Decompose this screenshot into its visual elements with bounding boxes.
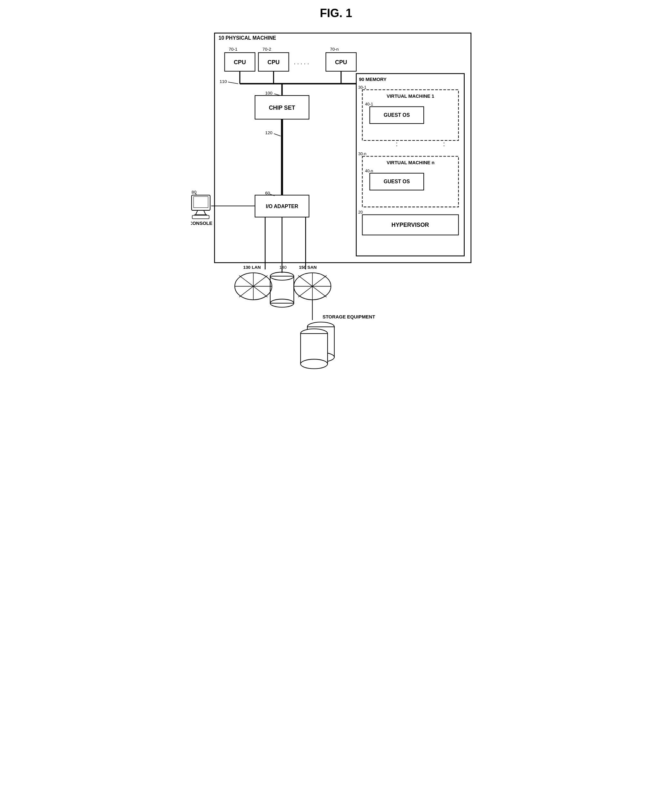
diagram-svg: 10 PHYSICAL MACHINE 70-1 CPU 70-2 CPU . …	[191, 30, 481, 374]
bus-ref-label: 110	[220, 79, 227, 84]
physical-machine-box	[214, 33, 471, 263]
cpu-dots: . . . . .	[294, 59, 309, 66]
console-keyboard	[192, 216, 209, 219]
console-stand-left	[196, 210, 198, 215]
cpu2-ref-label: 70-2	[262, 47, 271, 52]
io-ref-label: 60	[265, 191, 270, 195]
chipset-label: CHIP SET	[269, 105, 295, 111]
bus-arrow	[228, 82, 238, 84]
line-arrow-120	[274, 134, 281, 136]
console-screen	[193, 197, 208, 208]
figure-title: FIG. 1	[191, 6, 481, 20]
console-stand-right	[204, 210, 206, 215]
cpu2-label: CPU	[268, 59, 280, 66]
vm1-label: VIRTUAL MACHINE 1	[387, 94, 434, 99]
cpu1-label: CPU	[234, 59, 246, 66]
san-ref-label: 150 SAN	[299, 265, 317, 270]
line-ref-120: 120	[265, 130, 273, 135]
vm-dots-2: :	[443, 140, 445, 147]
physical-machine-label: 10 PHYSICAL MACHINE	[218, 35, 276, 41]
hypervisor-ref-label: 20	[358, 210, 363, 214]
guestos1-ref-label: 40-1	[365, 102, 373, 106]
hypervisor-label: HYPERVISOR	[391, 222, 429, 228]
guestosn-label: GUEST OS	[384, 179, 410, 184]
memory-label: 90 MEMORY	[359, 77, 387, 82]
vmn-label: VIRTUAL MACHINE n	[387, 160, 435, 165]
storage-equipment-label: STORAGE EQUIPMENT	[323, 314, 375, 319]
vmn-ref-label: 30-n	[358, 152, 366, 156]
vm1-ref-label: 30-1	[358, 85, 366, 90]
cpu1-ref-label: 70-1	[229, 47, 237, 52]
vm-dots-1: :	[396, 140, 398, 147]
chipset-ref-label: 100	[265, 91, 273, 95]
guestosn-ref-label: 40-n	[365, 169, 373, 173]
console-label: CONSOLE	[191, 221, 212, 226]
io-adapter-label: I/O ADAPTER	[266, 203, 298, 209]
page: FIG. 1 10 PHYSICAL MACHINE 70-1 CPU 70-2…	[191, 6, 481, 375]
guestos1-label: GUEST OS	[384, 112, 410, 118]
storage-front-bottom	[301, 359, 327, 369]
storage140-ref-label: 140	[279, 265, 287, 270]
cpun-ref-label: 70-n	[330, 47, 338, 52]
lan-ref-label: 130 LAN	[243, 265, 260, 270]
cpun-label: CPU	[335, 59, 347, 66]
console-monitor	[192, 195, 210, 210]
diagram-container: 10 PHYSICAL MACHINE 70-1 CPU 70-2 CPU . …	[191, 30, 481, 375]
